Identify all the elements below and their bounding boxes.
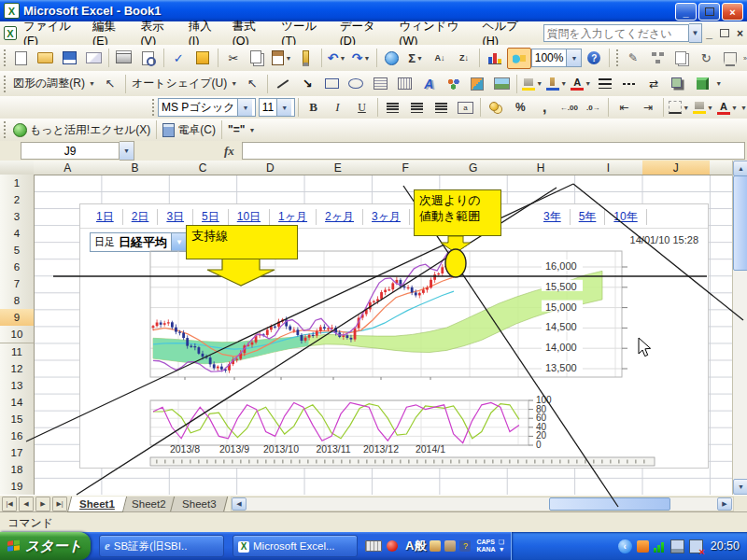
start-button[interactable]: スタート bbox=[0, 532, 91, 560]
font-color-button[interactable]: ▼ bbox=[569, 73, 593, 94]
comma-button[interactable] bbox=[532, 97, 557, 119]
ime-mode-label[interactable]: A般 bbox=[405, 538, 426, 554]
toolbar-options-icon[interactable]: » bbox=[743, 55, 747, 62]
align-right-button[interactable] bbox=[429, 97, 453, 119]
column-header-B[interactable]: B bbox=[101, 161, 169, 175]
spelling-button[interactable] bbox=[166, 48, 190, 69]
row-header-2[interactable]: 2 bbox=[0, 191, 35, 209]
align-left-button[interactable] bbox=[380, 97, 404, 119]
dec-indent-button[interactable] bbox=[612, 97, 636, 119]
toolbar-options-icon[interactable]: ▼ bbox=[248, 127, 255, 133]
column-header-C[interactable]: C bbox=[169, 161, 237, 175]
row-header-15[interactable]: 15 bbox=[0, 411, 35, 428]
print-preview-button[interactable] bbox=[136, 48, 161, 69]
oval-button[interactable] bbox=[344, 73, 368, 94]
open-button[interactable] bbox=[33, 48, 57, 69]
scroll-left-icon[interactable]: ◀ bbox=[232, 497, 247, 511]
keyboard-icon[interactable] bbox=[365, 540, 382, 552]
select-button[interactable] bbox=[240, 73, 264, 94]
task-button-excel[interactable]: XMicrosoft Excel... bbox=[233, 535, 358, 557]
bold-button[interactable]: B bbox=[302, 97, 326, 119]
row-header-12[interactable]: 12 bbox=[0, 360, 35, 378]
help-button[interactable] bbox=[582, 48, 606, 69]
cycle-button[interactable] bbox=[694, 48, 718, 69]
fill-color-button[interactable]: ▼ bbox=[520, 73, 544, 94]
toolbar-options-icon[interactable]: ▼ bbox=[715, 80, 722, 87]
arrow-style-button[interactable] bbox=[641, 73, 666, 94]
undo-button[interactable]: ▼ bbox=[325, 48, 349, 69]
zoom-combo[interactable]: 100%▼ bbox=[531, 49, 583, 67]
task-button-ie[interactable]: eSB証券(旧SBI.. bbox=[99, 535, 224, 557]
question-input[interactable] bbox=[543, 24, 689, 42]
currency-button[interactable] bbox=[484, 97, 508, 119]
name-box-dropdown-icon[interactable]: ▼ bbox=[120, 141, 134, 161]
chart-wizard-button[interactable] bbox=[483, 48, 507, 69]
row-header-9[interactable]: 9 bbox=[0, 309, 35, 327]
row-header-3[interactable]: 3 bbox=[0, 208, 35, 226]
excel-tips-button[interactable]: もっと活用!エクセル(X) bbox=[10, 122, 153, 138]
tray-app-icon[interactable] bbox=[637, 540, 649, 553]
arrow-button[interactable] bbox=[295, 73, 319, 94]
rect-button[interactable] bbox=[319, 73, 344, 94]
prev-sheet-icon[interactable]: ◀ bbox=[19, 497, 34, 511]
doc-restore-button[interactable] bbox=[720, 27, 729, 40]
borders-button[interactable]: ▼ bbox=[667, 97, 691, 119]
column-header-D[interactable]: D bbox=[236, 161, 304, 175]
line-style-button[interactable] bbox=[593, 73, 617, 94]
ime-capskana[interactable]: CAPS KANA bbox=[476, 539, 495, 553]
merge-center-button[interactable] bbox=[453, 97, 477, 119]
close-button[interactable]: × bbox=[722, 3, 743, 21]
dec-decimal-button[interactable] bbox=[581, 97, 605, 119]
toolbar-grip[interactable] bbox=[3, 49, 6, 66]
formula-input[interactable] bbox=[242, 142, 745, 160]
fill-color-button[interactable]: ▼ bbox=[691, 97, 715, 119]
ime-palette-icon[interactable] bbox=[430, 540, 441, 552]
equals-button[interactable]: "=" bbox=[225, 123, 247, 136]
format-painter-button[interactable] bbox=[294, 48, 318, 69]
sheet-tab-sheet2[interactable]: Sheet2 bbox=[120, 497, 178, 512]
column-header-H[interactable]: H bbox=[507, 161, 575, 175]
toolbar-grip[interactable] bbox=[3, 76, 7, 92]
redo-button[interactable]: ▼ bbox=[349, 48, 374, 69]
select-all-corner[interactable] bbox=[0, 161, 35, 175]
insert-function-button[interactable]: fx bbox=[224, 144, 234, 159]
diagram-button[interactable] bbox=[441, 73, 465, 94]
row-header-10[interactable]: 10 bbox=[0, 326, 35, 343]
percent-button[interactable] bbox=[508, 97, 532, 119]
dash-style-button[interactable] bbox=[617, 73, 641, 94]
pointer-device-icon[interactable] bbox=[387, 540, 398, 552]
hide-icons-chevron-icon[interactable]: ‹ bbox=[618, 539, 632, 553]
nodes-button[interactable] bbox=[645, 48, 669, 69]
first-sheet-icon[interactable]: |◀ bbox=[2, 497, 17, 511]
paste-button[interactable]: ▼ bbox=[270, 48, 294, 69]
clipart-button[interactable] bbox=[465, 73, 489, 94]
vertical-scrollbar[interactable]: ▲ ▼ bbox=[732, 161, 747, 495]
sheet-tab-sheet3[interactable]: Sheet3 bbox=[170, 497, 229, 512]
underline-button[interactable]: U bbox=[350, 97, 374, 119]
email-button[interactable] bbox=[81, 48, 106, 69]
stock-chart-image[interactable]: 1日2日3日5日10日1ヶ月2ヶ月3ヶ月6ヶ月3年5年10年 日足 日経平均 ▼… bbox=[79, 203, 709, 469]
row-header-18[interactable]: 18 bbox=[0, 461, 35, 479]
row-header-7[interactable]: 7 bbox=[0, 275, 35, 293]
column-header-G[interactable]: G bbox=[439, 161, 507, 175]
inc-decimal-button[interactable] bbox=[557, 97, 581, 119]
last-sheet-icon[interactable]: ▶| bbox=[52, 497, 67, 511]
line-color-button[interactable]: ▼ bbox=[544, 73, 569, 94]
hyperlink-button[interactable] bbox=[379, 48, 403, 69]
ime-tools-icon[interactable] bbox=[444, 540, 456, 552]
drawing-button[interactable] bbox=[507, 48, 531, 69]
italic-button[interactable]: I bbox=[326, 97, 350, 119]
row-header-14[interactable]: 14 bbox=[0, 394, 35, 412]
horizontal-scrollbar[interactable]: ◀ ▶ bbox=[231, 497, 734, 511]
shape-adjust-button[interactable]: 図形の調整(R)▼ bbox=[10, 76, 98, 91]
row-header-1[interactable]: 1 bbox=[0, 175, 35, 192]
row-header-17[interactable]: 17 bbox=[0, 444, 35, 462]
network-error-icon[interactable] bbox=[689, 539, 703, 553]
toolbar-grip[interactable] bbox=[3, 121, 7, 138]
font-name-combo[interactable]: MS Pゴシック▼ bbox=[158, 98, 256, 117]
font-color-button[interactable]: ▼ bbox=[715, 97, 740, 119]
minimize-button[interactable]: _ bbox=[675, 3, 697, 21]
row-header-13[interactable]: 13 bbox=[0, 377, 35, 395]
column-header-F[interactable]: F bbox=[372, 161, 440, 175]
save-button[interactable] bbox=[57, 48, 81, 69]
